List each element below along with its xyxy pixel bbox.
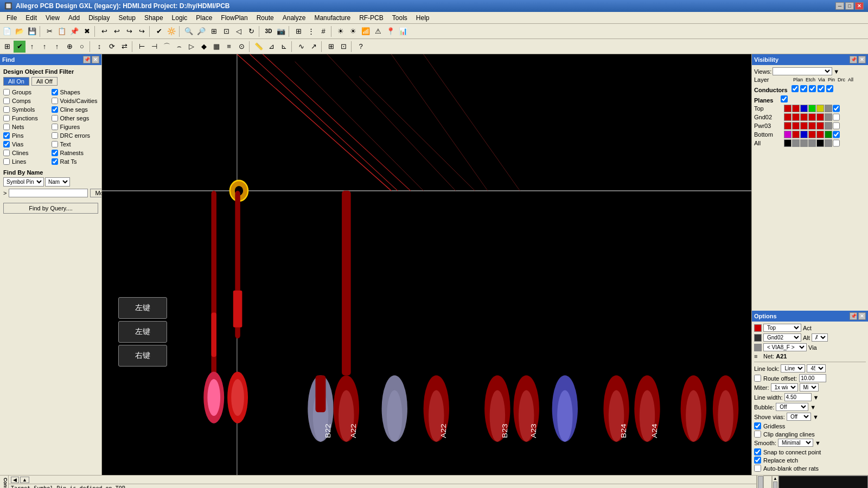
bubble-dropdown[interactable]: ▼ bbox=[810, 404, 816, 410]
gnd02-swatch2[interactable] bbox=[792, 113, 800, 121]
all-swatch1[interactable] bbox=[784, 139, 792, 147]
check-drc-input[interactable] bbox=[52, 132, 58, 139]
pwr03-swatch6[interactable] bbox=[825, 122, 832, 130]
act-select[interactable]: Top bbox=[763, 324, 801, 332]
tb-zoom-out[interactable]: 🔎 bbox=[195, 25, 207, 37]
tb-highlight[interactable]: 🔆 bbox=[165, 25, 177, 37]
menu-setup[interactable]: Setup bbox=[114, 13, 140, 23]
scroll-top-btn[interactable]: ▲ bbox=[773, 476, 778, 481]
pwr03-swatch1[interactable] bbox=[784, 122, 792, 130]
bottom-swatch5[interactable] bbox=[816, 131, 824, 138]
tb2-5[interactable]: ↑ bbox=[51, 41, 63, 53]
bottom-swatch6[interactable] bbox=[825, 131, 832, 138]
cond-check5[interactable] bbox=[826, 85, 833, 92]
gnd02-swatch5[interactable] bbox=[816, 113, 824, 121]
check-nets-input[interactable] bbox=[3, 124, 10, 130]
replace-check[interactable] bbox=[754, 457, 761, 464]
pwr03-swatch5[interactable] bbox=[816, 122, 824, 130]
cond-check2[interactable] bbox=[800, 85, 807, 92]
tb-redo2[interactable]: ↪ bbox=[136, 25, 148, 37]
bottom-check[interactable] bbox=[833, 131, 840, 138]
route-offset-input[interactable] bbox=[799, 374, 826, 382]
shove-vias-select[interactable]: Off bbox=[787, 413, 811, 421]
views-dropdown-icon[interactable]: ▼ bbox=[833, 68, 839, 75]
gridless-check[interactable] bbox=[754, 422, 761, 429]
tb-undo2[interactable]: ↩ bbox=[111, 25, 123, 37]
tb2-4[interactable]: ↑ bbox=[39, 41, 50, 53]
menu-place[interactable]: Place bbox=[192, 13, 216, 23]
alt-select[interactable]: Gnd02 bbox=[763, 333, 801, 342]
tb2-7[interactable]: ○ bbox=[76, 41, 88, 53]
check-functions-input[interactable] bbox=[3, 115, 10, 121]
tb2-16[interactable]: ≡ bbox=[223, 41, 235, 53]
opt-pin-btn[interactable]: 📌 bbox=[850, 312, 857, 320]
top-check[interactable] bbox=[833, 105, 840, 112]
tb-refresh[interactable]: ↻ bbox=[245, 25, 257, 37]
gnd02-swatch6[interactable] bbox=[825, 113, 832, 121]
menu-flowplan[interactable]: FlowPlan bbox=[216, 13, 252, 23]
tb-undo[interactable]: ↩ bbox=[98, 25, 110, 37]
smooth-dropdown[interactable]: ▼ bbox=[815, 440, 821, 446]
tb-paste[interactable]: 📌 bbox=[68, 25, 80, 37]
find-by-query-button[interactable]: Find by Query.... bbox=[3, 203, 98, 214]
check-clinesegs-input[interactable] bbox=[52, 106, 58, 113]
line-lock-angle[interactable]: 45 bbox=[807, 364, 826, 373]
tb-report[interactable]: 📊 bbox=[397, 25, 409, 37]
tb2-move[interactable]: ↕ bbox=[93, 41, 105, 53]
check-voids-input[interactable] bbox=[52, 98, 58, 104]
cond-check4[interactable] bbox=[818, 85, 825, 92]
tb2-9[interactable]: ⊢ bbox=[136, 41, 148, 53]
line-width-input[interactable] bbox=[784, 393, 812, 401]
minimize-button[interactable]: ─ bbox=[835, 2, 844, 10]
menu-route[interactable]: Route bbox=[252, 13, 278, 23]
via-color[interactable] bbox=[754, 344, 762, 351]
tb-cut[interactable]: ✂ bbox=[43, 25, 55, 37]
tb-3d[interactable]: 3D bbox=[263, 25, 275, 37]
bottom-swatch3[interactable] bbox=[800, 131, 808, 138]
menu-help[interactable]: Help bbox=[412, 13, 434, 23]
tb-zoom-in[interactable]: 🔍 bbox=[183, 25, 195, 37]
all-swatch6[interactable] bbox=[825, 139, 832, 147]
left-key-2[interactable]: 左键 bbox=[118, 321, 167, 343]
auto-blank-check[interactable] bbox=[754, 465, 761, 472]
console-right-scroll[interactable]: ▲ ▼ bbox=[772, 476, 778, 488]
tb-save[interactable]: 💾 bbox=[26, 25, 38, 37]
all-swatch4[interactable] bbox=[808, 139, 816, 147]
tb2-17[interactable]: ⊙ bbox=[235, 41, 247, 53]
tb2-14[interactable]: ◆ bbox=[198, 41, 210, 53]
right-key[interactable]: 右键 bbox=[118, 345, 167, 367]
tb-new[interactable]: 📄 bbox=[1, 25, 13, 37]
check-comps-input[interactable] bbox=[3, 98, 10, 104]
maximize-button[interactable]: □ bbox=[845, 2, 854, 10]
gnd02-swatch3[interactable] bbox=[800, 113, 808, 121]
top-swatch2[interactable] bbox=[792, 105, 800, 112]
pwr03-swatch4[interactable] bbox=[808, 122, 816, 130]
console-scroll-up[interactable]: ▲ bbox=[20, 477, 29, 483]
miter-val-select[interactable]: Min bbox=[800, 383, 819, 391]
tb2-21[interactable]: ⊡ bbox=[337, 41, 349, 53]
tb-pin[interactable]: 📍 bbox=[385, 25, 397, 37]
all-on-button[interactable]: All On bbox=[3, 77, 29, 86]
menu-tools[interactable]: Tools bbox=[388, 13, 412, 23]
top-swatch5[interactable] bbox=[816, 105, 824, 112]
bubble-select[interactable]: Off bbox=[776, 403, 808, 411]
more-button[interactable]: More... bbox=[90, 189, 101, 197]
cond-check1[interactable] bbox=[792, 85, 799, 92]
console-scrollbar[interactable] bbox=[757, 476, 763, 488]
opt-close-btn[interactable]: ✕ bbox=[858, 312, 866, 320]
miter-type-select[interactable]: 1x wid bbox=[771, 383, 798, 391]
menu-edit[interactable]: Edit bbox=[21, 13, 41, 23]
tb-redo[interactable]: ↪ bbox=[123, 25, 135, 37]
gnd02-swatch4[interactable] bbox=[808, 113, 816, 121]
left-key-1[interactable]: 左键 bbox=[118, 297, 167, 319]
find-text-input[interactable] bbox=[9, 189, 88, 197]
check-text-input[interactable] bbox=[52, 141, 58, 147]
all-swatch3[interactable] bbox=[800, 139, 808, 147]
tb-open[interactable]: 📂 bbox=[14, 25, 25, 37]
route-offset-check[interactable] bbox=[754, 375, 761, 382]
bottom-swatch1[interactable] bbox=[784, 131, 792, 138]
tb-delete[interactable]: ✖ bbox=[81, 25, 93, 37]
tb2-route1[interactable]: ∿ bbox=[295, 41, 307, 53]
tb2-12[interactable]: ⌢ bbox=[173, 41, 185, 53]
all-check[interactable] bbox=[833, 139, 840, 147]
